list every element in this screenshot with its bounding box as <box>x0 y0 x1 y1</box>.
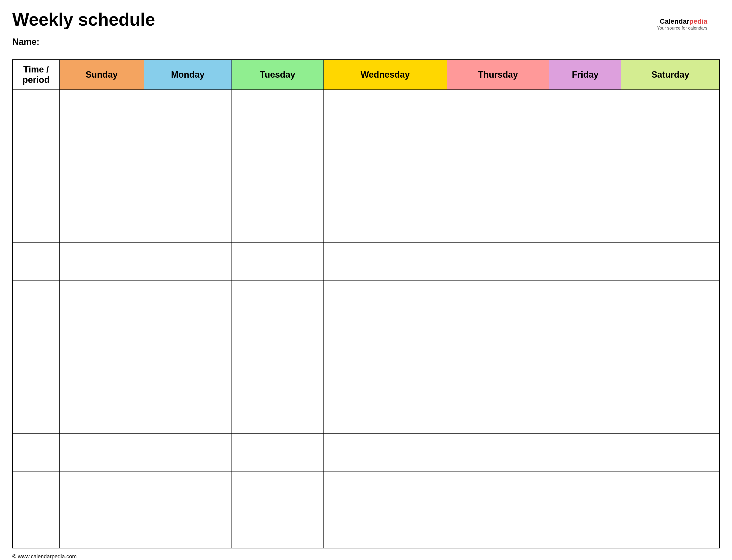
schedule-cell[interactable] <box>59 434 144 472</box>
page-title: Weekly schedule <box>12 10 720 29</box>
schedule-cell[interactable] <box>59 128 144 166</box>
schedule-cell[interactable] <box>232 434 324 472</box>
schedule-cell[interactable] <box>447 128 549 166</box>
schedule-cell[interactable] <box>59 166 144 204</box>
schedule-cell[interactable] <box>549 166 621 204</box>
schedule-cell[interactable] <box>447 90 549 128</box>
schedule-cell[interactable] <box>447 204 549 243</box>
schedule-cell[interactable] <box>144 434 232 472</box>
schedule-cell[interactable] <box>549 128 621 166</box>
schedule-cell[interactable] <box>232 90 324 128</box>
time-cell[interactable] <box>13 204 59 243</box>
time-cell[interactable] <box>13 128 59 166</box>
schedule-cell[interactable] <box>232 204 324 243</box>
schedule-cell[interactable] <box>144 128 232 166</box>
schedule-cell[interactable] <box>621 90 719 128</box>
schedule-cell[interactable] <box>232 395 324 434</box>
schedule-cell[interactable] <box>144 319 232 357</box>
schedule-cell[interactable] <box>323 472 447 510</box>
schedule-cell[interactable] <box>323 166 447 204</box>
schedule-cell[interactable] <box>549 472 621 510</box>
schedule-cell[interactable] <box>323 243 447 281</box>
schedule-cell[interactable] <box>232 243 324 281</box>
table-row <box>13 166 719 204</box>
schedule-cell[interactable] <box>323 395 447 434</box>
time-cell[interactable] <box>13 319 59 357</box>
time-cell[interactable] <box>13 357 59 395</box>
time-cell[interactable] <box>13 166 59 204</box>
schedule-cell[interactable] <box>621 472 719 510</box>
schedule-cell[interactable] <box>621 510 719 548</box>
schedule-cell[interactable] <box>621 395 719 434</box>
header-monday: Monday <box>144 60 232 90</box>
schedule-cell[interactable] <box>549 510 621 548</box>
schedule-cell[interactable] <box>144 204 232 243</box>
schedule-cell[interactable] <box>59 243 144 281</box>
schedule-cell[interactable] <box>323 357 447 395</box>
schedule-cell[interactable] <box>447 166 549 204</box>
schedule-cell[interactable] <box>549 281 621 319</box>
schedule-cell[interactable] <box>144 510 232 548</box>
schedule-cell[interactable] <box>549 434 621 472</box>
schedule-cell[interactable] <box>232 319 324 357</box>
schedule-cell[interactable] <box>621 434 719 472</box>
schedule-cell[interactable] <box>447 472 549 510</box>
schedule-cell[interactable] <box>232 166 324 204</box>
time-cell[interactable] <box>13 510 59 548</box>
schedule-cell[interactable] <box>447 357 549 395</box>
schedule-cell[interactable] <box>323 434 447 472</box>
schedule-cell[interactable] <box>232 281 324 319</box>
schedule-cell[interactable] <box>144 166 232 204</box>
time-cell[interactable] <box>13 281 59 319</box>
schedule-cell[interactable] <box>144 281 232 319</box>
time-cell[interactable] <box>13 434 59 472</box>
time-cell[interactable] <box>13 395 59 434</box>
schedule-cell[interactable] <box>549 90 621 128</box>
schedule-cell[interactable] <box>144 90 232 128</box>
schedule-cell[interactable] <box>59 319 144 357</box>
schedule-cell[interactable] <box>549 357 621 395</box>
schedule-cell[interactable] <box>144 357 232 395</box>
schedule-cell[interactable] <box>621 128 719 166</box>
schedule-cell[interactable] <box>232 472 324 510</box>
schedule-cell[interactable] <box>59 281 144 319</box>
header-saturday: Saturday <box>621 60 719 90</box>
schedule-cell[interactable] <box>447 281 549 319</box>
schedule-cell[interactable] <box>447 395 549 434</box>
time-cell[interactable] <box>13 90 59 128</box>
schedule-cell[interactable] <box>447 434 549 472</box>
schedule-cell[interactable] <box>59 357 144 395</box>
schedule-cell[interactable] <box>59 204 144 243</box>
schedule-cell[interactable] <box>144 395 232 434</box>
schedule-cell[interactable] <box>323 281 447 319</box>
schedule-cell[interactable] <box>621 357 719 395</box>
schedule-cell[interactable] <box>621 319 719 357</box>
schedule-cell[interactable] <box>59 472 144 510</box>
schedule-cell[interactable] <box>144 472 232 510</box>
schedule-cell[interactable] <box>232 510 324 548</box>
schedule-cell[interactable] <box>323 204 447 243</box>
schedule-cell[interactable] <box>549 319 621 357</box>
schedule-cell[interactable] <box>447 243 549 281</box>
schedule-cell[interactable] <box>59 395 144 434</box>
time-cell[interactable] <box>13 472 59 510</box>
time-cell[interactable] <box>13 243 59 281</box>
schedule-cell[interactable] <box>232 357 324 395</box>
schedule-cell[interactable] <box>59 90 144 128</box>
schedule-cell[interactable] <box>323 128 447 166</box>
schedule-cell[interactable] <box>549 395 621 434</box>
schedule-cell[interactable] <box>323 319 447 357</box>
schedule-cell[interactable] <box>144 243 232 281</box>
schedule-cell[interactable] <box>232 128 324 166</box>
schedule-cell[interactable] <box>323 90 447 128</box>
schedule-cell[interactable] <box>621 243 719 281</box>
schedule-cell[interactable] <box>549 204 621 243</box>
schedule-cell[interactable] <box>59 510 144 548</box>
schedule-cell[interactable] <box>621 166 719 204</box>
schedule-cell[interactable] <box>447 510 549 548</box>
schedule-cell[interactable] <box>549 243 621 281</box>
schedule-cell[interactable] <box>447 319 549 357</box>
schedule-cell[interactable] <box>323 510 447 548</box>
schedule-cell[interactable] <box>621 281 719 319</box>
schedule-cell[interactable] <box>621 204 719 243</box>
